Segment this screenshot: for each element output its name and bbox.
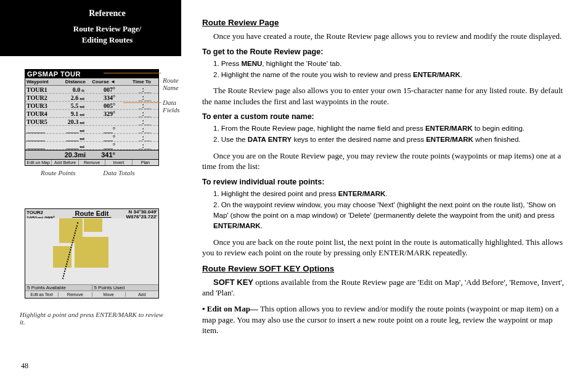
- gps-title: GPSMAP TOUR: [25, 70, 158, 78]
- gps-waypoint-row: TOUR49.1mi329°_:__: [25, 110, 158, 118]
- paragraph: • Edit on Map— This option allows you to…: [202, 303, 571, 336]
- steps-get-page: 1. Press MENU, highlight the 'Route' tab…: [213, 59, 571, 81]
- gps-route-edit-figure: Route Edit TOUR2 1051mi 099° N 34°30.049…: [25, 208, 159, 299]
- gps-softkeys: Edit on Map Add Before Remove Invert Pla…: [25, 159, 158, 165]
- paragraph: Once you are on the Route Review page, y…: [202, 150, 571, 172]
- paragraph: SOFT KEY options available from the Rout…: [202, 277, 571, 299]
- route-edit-status: 5 Points Available 5 Points Used: [25, 284, 158, 291]
- softkey: Edit as Text: [25, 292, 59, 297]
- paragraph: The Route Review page also allows you to…: [202, 85, 571, 107]
- softkey: Plan: [133, 160, 158, 165]
- total-course: 341°: [87, 151, 116, 159]
- softkey: Remove: [59, 292, 92, 297]
- main-content: Route Review Page Once you have created …: [202, 17, 571, 341]
- sidebar-subtitle-1: Route Review Page/: [38, 23, 176, 35]
- subhead-review-points: To review individual route points:: [202, 177, 571, 187]
- gps-totals-row: 20.3mi 341°: [25, 150, 158, 159]
- heading-route-review: Route Review Page: [202, 17, 571, 28]
- gps-empty-row: __________mi___°_:__: [25, 134, 158, 142]
- figure-bottom-labels: Route Points Data Totals: [26, 169, 161, 176]
- steps-review-points: 1. Highlight the desired point and press…: [213, 189, 571, 232]
- paragraph: Once you are back on the route point lis…: [202, 237, 571, 258]
- softkey: Add Before: [52, 160, 78, 165]
- gps-column-headers: Waypoint Distance Course ◄ Time To: [25, 78, 158, 86]
- points-available: 5 Points Available: [25, 285, 92, 290]
- route-edit-softkeys: Edit as Text Remove Move Add: [25, 291, 158, 298]
- heading-softkey: Route Review SOFT KEY Options: [202, 263, 571, 274]
- col-waypoint: Waypoint: [25, 78, 57, 85]
- softkey: Invert: [105, 160, 132, 165]
- gps-waypoint-row: TOUR10.0ft007°_:__: [25, 86, 158, 94]
- annotation-data-fields: Data Fields: [163, 99, 180, 113]
- figure-caption: Highlight a point and press ENTER/MARK t…: [20, 311, 168, 326]
- gps-screen-route-edit: Route Edit TOUR2 1051mi 099° N 34°30.049…: [25, 208, 159, 299]
- label-data-totals: Data Totals: [103, 169, 134, 176]
- annotation-route-name: Route Name: [163, 76, 179, 91]
- route-edit-map: [25, 218, 158, 284]
- softkey: Move: [92, 292, 126, 297]
- gps-empty-row: __________mi___°_:__: [25, 126, 158, 134]
- steps-custom-name: 1. From the Route Review page, highlight…: [213, 123, 571, 146]
- page-number: 48: [21, 361, 28, 371]
- total-distance: 20.3mi: [57, 151, 87, 159]
- col-distance: Distance: [57, 78, 87, 85]
- gps-screen-route-review: GPSMAP TOUR Waypoint Distance Course ◄ T…: [25, 69, 159, 166]
- gps-waypoint-row: TOUR22.6mi334°_:__: [25, 94, 158, 102]
- route-edit-title: Route Edit: [73, 210, 112, 218]
- col-timeto: Time To: [116, 78, 153, 85]
- points-used: 5 Points Used: [92, 285, 159, 290]
- paragraph: Once you have created a route, the Route…: [202, 31, 571, 42]
- sidebar-subtitle-2: Editing Routes: [38, 35, 176, 46]
- softkey: Add: [126, 292, 158, 297]
- sidebar-column: Reference Route Review Page/ Editing Rou…: [0, 0, 191, 383]
- softkey: Remove: [79, 160, 105, 165]
- softkey: Edit on Map: [25, 160, 52, 165]
- gps-waypoint-row: TOUR520.3mi_:__: [25, 118, 158, 126]
- sidebar-header: Reference Route Review Page/ Editing Rou…: [0, 0, 181, 56]
- subhead-custom-name: To enter a custom route name:: [202, 112, 571, 122]
- label-route-points: Route Points: [41, 169, 76, 176]
- reference-label: Reference: [38, 9, 176, 19]
- subhead-get-page: To get to the Route Review page:: [202, 47, 571, 57]
- col-course: Course ◄: [87, 78, 116, 85]
- gps-route-review-figure: GPSMAP TOUR Waypoint Distance Course ◄ T…: [25, 69, 185, 166]
- gps-empty-row: __________mi___°_:__: [25, 142, 158, 150]
